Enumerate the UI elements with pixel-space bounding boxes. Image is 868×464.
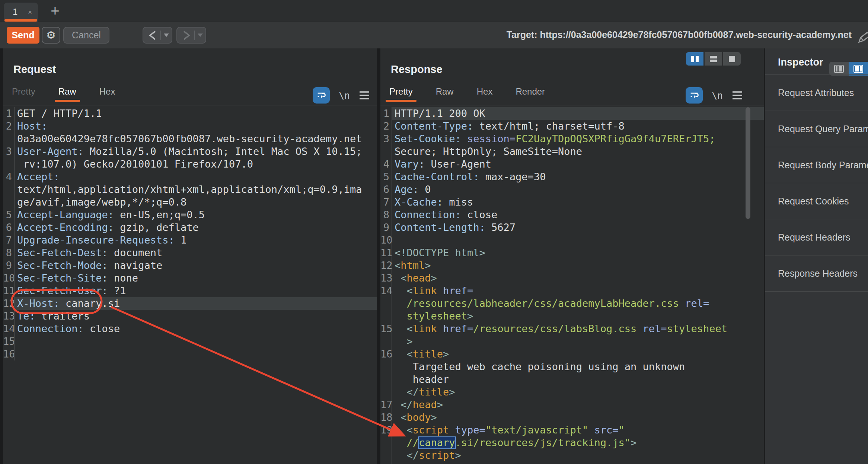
word-wrap-icon[interactable] bbox=[686, 87, 703, 104]
code-line[interactable]: 17 </head> bbox=[380, 398, 764, 411]
code-line[interactable]: 12<html> bbox=[380, 259, 764, 272]
code-line[interactable]: Targeted web cache poisoning using an un… bbox=[380, 360, 764, 373]
tab-pretty[interactable]: Pretty bbox=[389, 86, 414, 97]
inspector-section-request-attributes[interactable]: Request Attributes bbox=[765, 75, 868, 111]
repeater-tab-1[interactable]: 1 × bbox=[4, 3, 38, 22]
code-line[interactable]: 15 <link href=/resources/css/labsBlog.cs… bbox=[380, 322, 764, 335]
inspector-section-request-query-parameters[interactable]: Request Query Parameters bbox=[765, 111, 868, 147]
code-line[interactable]: 10 bbox=[380, 234, 764, 247]
edit-target-icon[interactable] bbox=[856, 31, 868, 44]
code-line[interactable]: 3User-Agent: Mozilla/5.0 (Macintosh; Int… bbox=[3, 145, 377, 158]
code-line[interactable]: Secure; HttpOnly; SameSite=None bbox=[380, 145, 764, 158]
code-line[interactable]: 8Connection: close bbox=[380, 209, 764, 221]
line-number: 13 bbox=[380, 272, 392, 285]
code-line[interactable]: stylesheet> bbox=[380, 310, 764, 322]
back-button[interactable] bbox=[143, 27, 172, 44]
line-number: 16 bbox=[380, 348, 392, 360]
code-line[interactable]: 1HTTP/1.1 200 OK bbox=[380, 107, 764, 120]
code-line[interactable]: 6Age: 0 bbox=[380, 183, 764, 196]
caret-down-icon[interactable] bbox=[198, 34, 203, 37]
code-line[interactable]: 15 bbox=[3, 335, 377, 348]
code-line[interactable]: 20 <script type="text/javascript" src=" bbox=[380, 462, 764, 464]
code-line[interactable]: 1GET / HTTP/1.1 bbox=[3, 107, 377, 120]
code-line[interactable]: 12X-Host: canary.si bbox=[3, 297, 377, 310]
code-line[interactable]: 11Sec-Fetch-User: ?1 bbox=[3, 285, 377, 297]
code-line[interactable]: 7X-Cache: miss bbox=[380, 196, 764, 209]
code-line[interactable]: 4Vary: User-Agent bbox=[380, 158, 764, 171]
code-line[interactable]: header bbox=[380, 373, 764, 386]
code-line[interactable]: 14 <link href= bbox=[380, 285, 764, 297]
dock-left-button[interactable] bbox=[829, 62, 849, 76]
layout-rows-button[interactable] bbox=[705, 52, 722, 66]
line-number bbox=[380, 360, 392, 373]
line-number: 11 bbox=[380, 247, 392, 259]
code-line[interactable]: 4Accept: bbox=[3, 171, 377, 183]
code-line[interactable]: 13Te: trailers bbox=[3, 310, 377, 322]
code-line[interactable]: </title> bbox=[380, 386, 764, 398]
code-line[interactable]: 2Content-Type: text/html; charset=utf-8 bbox=[380, 120, 764, 133]
code-line[interactable]: 16 <title> bbox=[380, 348, 764, 360]
request-editor[interactable]: 1GET / HTTP/1.12Host:0a3a00e60429e78fc05… bbox=[3, 107, 377, 360]
code-line[interactable]: 6Accept-Encoding: gzip, deflate bbox=[3, 221, 377, 234]
layout-columns-button[interactable] bbox=[686, 52, 703, 66]
code-line[interactable]: 13 <head> bbox=[380, 272, 764, 285]
code-line[interactable]: 19 <script type="text/javascript" src=" bbox=[380, 424, 764, 436]
line-number: 5 bbox=[380, 171, 392, 183]
line-number: 6 bbox=[380, 183, 392, 196]
code-line[interactable]: /resources/labheader/css/academyLabHeade… bbox=[380, 297, 764, 310]
code-line[interactable]: 11<!DOCTYPE html> bbox=[380, 247, 764, 259]
word-wrap-icon[interactable] bbox=[313, 87, 330, 104]
code-line[interactable]: 3Set-Cookie: session=FC2UayTDpOQSXPRfigG… bbox=[380, 133, 764, 145]
inspector-section-request-body-parameters[interactable]: Request Body Parameters bbox=[765, 147, 868, 183]
tab-pretty[interactable]: Pretty bbox=[11, 86, 36, 97]
code-line[interactable]: text/html,application/xhtml+xml,applicat… bbox=[3, 183, 377, 196]
code-line[interactable]: </script> bbox=[380, 449, 764, 462]
tab-render[interactable]: Render bbox=[515, 86, 546, 97]
close-tab-icon[interactable]: × bbox=[28, 8, 32, 16]
inspector-section-request-cookies[interactable]: Request Cookies bbox=[765, 183, 868, 219]
layout-single-button[interactable] bbox=[723, 52, 741, 66]
cancel-button[interactable]: Cancel bbox=[63, 27, 109, 44]
code-line[interactable]: 9Content-Length: 5627 bbox=[380, 221, 764, 234]
code-line[interactable]: 2Host: bbox=[3, 120, 377, 133]
code-line[interactable]: 7Upgrade-Insecure-Requests: 1 bbox=[3, 234, 377, 247]
show-newlines-icon[interactable]: \n bbox=[339, 90, 350, 101]
settings-button[interactable]: ⚙ bbox=[42, 27, 60, 44]
code-line[interactable]: > bbox=[380, 335, 764, 348]
menu-icon[interactable] bbox=[359, 91, 370, 100]
send-button[interactable]: Send bbox=[7, 27, 39, 44]
code-line[interactable]: 8Sec-Fetch-Dest: document bbox=[3, 247, 377, 259]
dock-right-button[interactable] bbox=[849, 62, 868, 76]
response-editor[interactable]: 1HTTP/1.1 200 OK2Content-Type: text/html… bbox=[380, 107, 764, 464]
code-line[interactable]: ge/avif,image/webp,*/*;q=0.8 bbox=[3, 196, 377, 209]
code-line[interactable]: 18 <body> bbox=[380, 411, 764, 424]
caret-down-icon[interactable] bbox=[164, 34, 169, 37]
code-line[interactable]: 9Sec-Fetch-Mode: navigate bbox=[3, 259, 377, 272]
line-content: Age: 0 bbox=[392, 183, 764, 196]
new-tab-button[interactable]: + bbox=[47, 3, 63, 19]
line-number: 20 bbox=[380, 462, 392, 464]
forward-button[interactable] bbox=[176, 27, 206, 44]
tab-hex[interactable]: Hex bbox=[99, 86, 116, 97]
line-content: Content-Length: 5627 bbox=[392, 221, 764, 234]
tab-raw[interactable]: Raw bbox=[435, 86, 454, 97]
code-line[interactable]: //canary.si/resources/js/tracking.js"> bbox=[380, 436, 764, 449]
inspector-section-request-headers[interactable]: Request Headers bbox=[765, 219, 868, 255]
tab-raw[interactable]: Raw bbox=[58, 86, 77, 97]
code-line[interactable]: 10Sec-Fetch-Site: none bbox=[3, 272, 377, 285]
inspector-section-response-headers[interactable]: Response Headers bbox=[765, 255, 868, 292]
menu-icon[interactable] bbox=[732, 91, 743, 100]
line-number: 8 bbox=[380, 209, 392, 221]
code-line[interactable]: 5Cache-Control: max-age=30 bbox=[380, 171, 764, 183]
show-newlines-icon[interactable]: \n bbox=[712, 90, 723, 101]
code-line[interactable]: 5Accept-Language: en-US,en;q=0.5 bbox=[3, 209, 377, 221]
code-line[interactable]: 16 bbox=[3, 348, 377, 360]
line-content: <script type="text/javascript" src=" bbox=[392, 462, 764, 464]
code-line[interactable]: 14Connection: close bbox=[3, 322, 377, 335]
code-line[interactable]: rv:107.0) Gecko/20100101 Firefox/107.0 bbox=[3, 158, 377, 171]
line-number: 17 bbox=[380, 398, 392, 411]
tab-hex[interactable]: Hex bbox=[476, 86, 494, 97]
line-content bbox=[15, 348, 377, 360]
response-scrollbar[interactable] bbox=[746, 107, 750, 219]
code-line[interactable]: 0a3a00e60429e78fc057067b00fb0087.web-sec… bbox=[3, 133, 377, 145]
